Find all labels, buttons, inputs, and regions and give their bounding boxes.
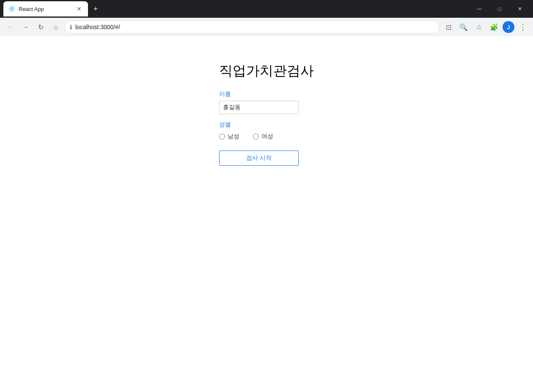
female-radio[interactable] [253,134,259,140]
name-field-group: 이름 [219,90,314,114]
name-input[interactable] [219,101,299,114]
radio-group: 남성 여성 [219,133,314,140]
reload-button[interactable]: ↻ [34,20,47,34]
info-icon: ℹ [70,24,72,30]
new-tab-button[interactable]: + [90,3,102,15]
gender-field-group: 성별 남성 여성 [219,121,314,140]
forward-button[interactable]: → [19,20,32,34]
male-radio[interactable] [219,134,225,140]
url-text: localhost:3000/#/ [75,24,434,30]
active-tab[interactable]: React App ✕ [3,1,88,16]
address-bar[interactable]: ℹ localhost:3000/#/ [64,20,440,34]
female-option[interactable]: 여성 [253,133,273,140]
extensions-button[interactable]: 🧩 [487,20,501,34]
back-button[interactable]: ← [3,20,17,34]
start-button[interactable]: 검사 시작 [219,151,299,166]
name-label: 이름 [219,90,314,98]
screen-capture-button[interactable]: ⊡ [442,20,455,34]
close-button[interactable]: ✕ [510,0,530,18]
menu-button[interactable]: ⋮ [516,20,530,34]
page-title: 직업가치관검사 [219,62,314,80]
form-container: 직업가치관검사 이름 성별 남성 여성 검사 시작 [219,62,314,166]
browser-chrome: React App ✕ + — □ ✕ ← → ↻ ⌂ ℹ localhost:… [0,0,533,36]
nav-actions: ⊡ 🔍 ☆ 🧩 J ⋮ [442,20,530,34]
male-option[interactable]: 남성 [219,133,239,140]
home-button[interactable]: ⌂ [49,20,63,34]
tab-bar: React App ✕ + [3,0,102,18]
bookmark-button[interactable]: ☆ [472,20,486,34]
zoom-button[interactable]: 🔍 [457,20,470,34]
svg-point-0 [11,8,13,10]
tab-close-button[interactable]: ✕ [75,5,83,13]
window-controls: — □ ✕ [470,0,530,18]
minimize-button[interactable]: — [470,0,489,18]
female-label: 여성 [261,133,273,140]
gender-label: 성별 [219,121,314,129]
profile-button[interactable]: J [503,21,514,33]
title-bar: React App ✕ + — □ ✕ [0,0,533,18]
page-content: 직업가치관검사 이름 성별 남성 여성 검사 시작 [0,36,533,392]
male-label: 남성 [228,133,239,140]
nav-bar: ← → ↻ ⌂ ℹ localhost:3000/#/ ⊡ 🔍 ☆ 🧩 J ⋮ [0,18,533,36]
maximize-button[interactable]: □ [490,0,509,18]
tab-favicon [8,5,15,12]
tab-title: React App [19,6,72,12]
